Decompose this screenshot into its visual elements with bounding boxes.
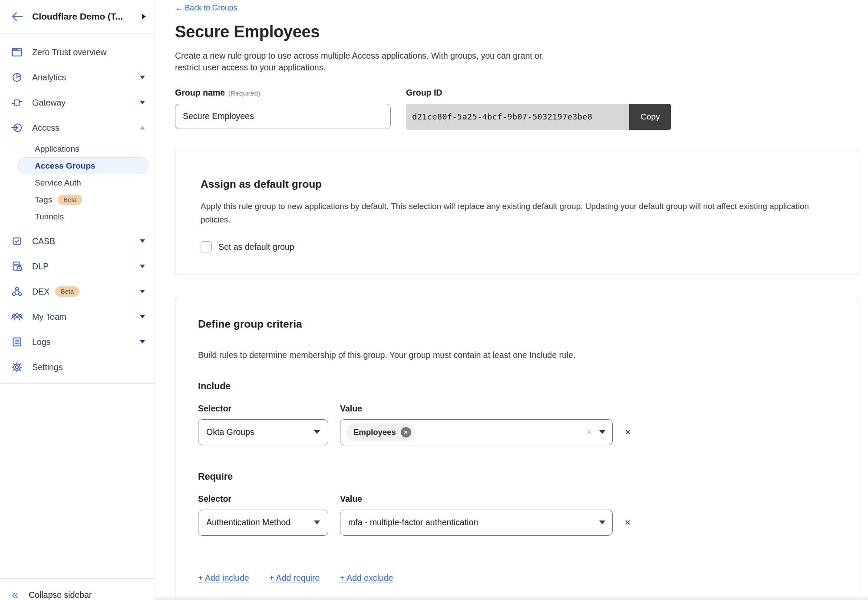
require-selector-dropdown[interactable]: Authentication Method bbox=[198, 510, 328, 536]
sidebar-item-settings[interactable]: Settings bbox=[0, 355, 155, 380]
sidebar-nav: Zero Trust overview Analytics Gateway Ac… bbox=[0, 33, 155, 384]
group-name-label: Group name bbox=[175, 88, 225, 97]
chevron-down-icon bbox=[140, 265, 145, 268]
page-title: Secure Employees bbox=[175, 23, 868, 41]
pie-chart-icon bbox=[11, 72, 23, 83]
chevron-down-icon bbox=[140, 76, 145, 79]
chevron-right-icon[interactable] bbox=[142, 14, 146, 19]
default-group-card: Assign as default group Apply this rule … bbox=[175, 150, 859, 275]
sidebar-divider bbox=[0, 383, 155, 384]
add-exclude-link[interactable]: + Add exclude bbox=[340, 573, 393, 583]
require-heading: Require bbox=[198, 471, 836, 482]
chevron-down-icon bbox=[140, 290, 145, 293]
sidebar-item-tunnels[interactable]: Tunnels bbox=[0, 208, 155, 225]
back-to-groups-link[interactable]: ← Back to Groups bbox=[175, 3, 237, 13]
require-selector-label: Selector bbox=[198, 494, 340, 504]
group-name-input[interactable] bbox=[175, 104, 391, 129]
value-tag: Employees ✕ bbox=[346, 424, 415, 441]
logs-icon bbox=[11, 336, 23, 348]
default-group-card-description: Apply this rule group to new application… bbox=[201, 200, 834, 227]
remove-include-rule-button[interactable]: ✕ bbox=[624, 428, 631, 437]
group-id-value: d21ce80f-5a25-4bcf-9b07-5032197e3be8 bbox=[406, 104, 629, 130]
criteria-card-description: Build rules to determine membership of t… bbox=[198, 350, 836, 360]
collapse-chevrons-icon: « bbox=[12, 590, 18, 600]
chevron-down-icon bbox=[599, 430, 605, 434]
window-icon bbox=[11, 46, 23, 58]
login-arrow-icon bbox=[11, 122, 23, 133]
sidebar-item-service-auth[interactable]: Service Auth bbox=[0, 174, 155, 191]
chevron-down-icon bbox=[314, 430, 320, 434]
sidebar-item-access[interactable]: Access bbox=[0, 115, 155, 140]
chevron-down-icon bbox=[140, 101, 145, 104]
add-include-link[interactable]: + Add include bbox=[198, 573, 249, 583]
collapse-sidebar-button[interactable]: « Collapse sidebar bbox=[0, 590, 155, 600]
add-require-link[interactable]: + Add require bbox=[269, 573, 320, 583]
default-group-card-title: Assign as default group bbox=[201, 178, 834, 190]
include-value-label: Value bbox=[340, 404, 362, 414]
chevron-down-icon bbox=[599, 520, 605, 524]
clear-icon[interactable]: ✕ bbox=[586, 427, 593, 437]
sidebar-item-access-groups[interactable]: Access Groups bbox=[17, 157, 149, 174]
sidebar-item-dex[interactable]: DEX Beta bbox=[0, 279, 155, 304]
back-arrow-icon[interactable] bbox=[10, 11, 23, 22]
chevron-down-icon bbox=[314, 520, 320, 524]
sidebar-item-logs[interactable]: Logs bbox=[0, 329, 155, 355]
group-name-field: Group name(Required) bbox=[175, 88, 391, 130]
document-lock-icon bbox=[11, 261, 23, 272]
page-description: Create a new rule group to use across mu… bbox=[175, 50, 559, 73]
team-icon bbox=[11, 311, 23, 322]
include-value-combobox[interactable]: Employees ✕ ✕ bbox=[340, 419, 613, 445]
chevron-down-icon bbox=[140, 315, 145, 318]
remove-require-rule-button[interactable]: ✕ bbox=[624, 518, 631, 527]
group-id-field: Group ID d21ce80f-5a25-4bcf-9b07-5032197… bbox=[406, 88, 671, 130]
gear-icon bbox=[11, 361, 23, 373]
sidebar-item-applications[interactable]: Applications bbox=[0, 140, 155, 157]
chevron-down-icon bbox=[140, 340, 145, 344]
account-title: Cloudflare Demo (T... bbox=[32, 11, 139, 22]
include-heading: Include bbox=[198, 381, 836, 392]
default-group-checkbox[interactable] bbox=[201, 241, 212, 252]
include-selector-label: Selector bbox=[198, 404, 340, 414]
sidebar-item-dlp[interactable]: DLP bbox=[0, 254, 155, 279]
beta-badge: Beta bbox=[55, 286, 79, 297]
require-value-label: Value bbox=[340, 494, 362, 504]
sidebar-item-gateway[interactable]: Gateway bbox=[0, 90, 155, 115]
gateway-icon bbox=[11, 97, 23, 108]
main-content: ← Back to Groups Secure Employees Create… bbox=[155, 0, 868, 600]
require-rule-row: Authentication Method mfa - multiple-fac… bbox=[198, 510, 836, 536]
sidebar-item-analytics[interactable]: Analytics bbox=[0, 65, 155, 90]
sidebar-footer: « Collapse sidebar bbox=[0, 578, 155, 600]
sidebar-item-zero-trust-overview[interactable]: Zero Trust overview bbox=[0, 40, 155, 65]
group-name-id-row: Group name(Required) Group ID d21ce80f-5… bbox=[175, 88, 868, 130]
add-rule-links: + Add include + Add require + Add exclud… bbox=[198, 573, 836, 583]
sidebar-item-my-team[interactable]: My Team bbox=[0, 304, 155, 329]
chevron-up-icon bbox=[140, 126, 145, 129]
criteria-card: Define group criteria Build rules to det… bbox=[175, 297, 859, 600]
criteria-card-title: Define group criteria bbox=[198, 318, 836, 330]
sync-check-icon bbox=[11, 235, 23, 247]
default-group-checkbox-label: Set as default group bbox=[218, 242, 294, 252]
sidebar-item-tags[interactable]: Tags Beta bbox=[0, 191, 155, 208]
tag-remove-icon[interactable]: ✕ bbox=[401, 427, 411, 438]
group-id-label: Group ID bbox=[406, 88, 442, 97]
require-value-dropdown[interactable]: mfa - multiple-factor authentication bbox=[340, 510, 613, 536]
account-header[interactable]: Cloudflare Demo (T... bbox=[0, 0, 155, 33]
required-hint: (Required) bbox=[228, 90, 260, 97]
chevron-down-icon bbox=[140, 239, 145, 243]
sidebar: Cloudflare Demo (T... Zero Trust overvie… bbox=[0, 0, 155, 600]
copy-button[interactable]: Copy bbox=[629, 104, 671, 130]
beta-badge: Beta bbox=[58, 195, 82, 205]
network-nodes-icon bbox=[11, 286, 23, 297]
sidebar-item-casb[interactable]: CASB bbox=[0, 229, 155, 254]
include-selector-dropdown[interactable]: Okta Groups bbox=[198, 419, 328, 445]
include-rule-row: Okta Groups Employees ✕ ✕ ✕ bbox=[198, 419, 836, 445]
